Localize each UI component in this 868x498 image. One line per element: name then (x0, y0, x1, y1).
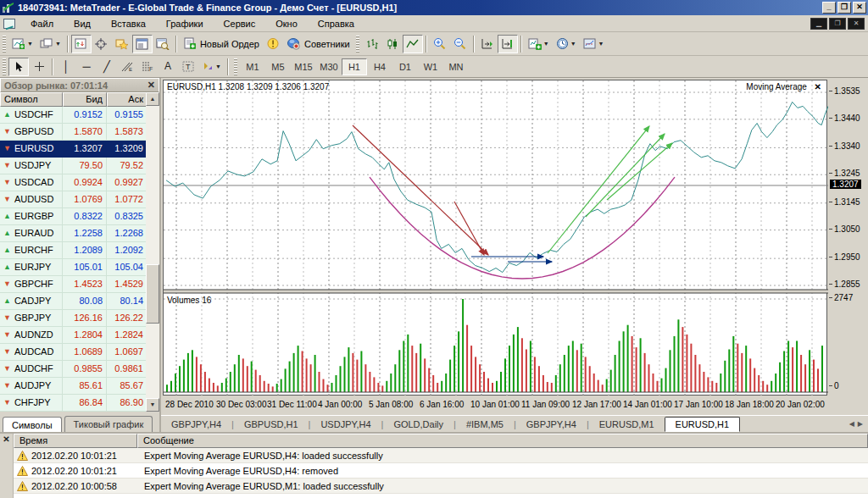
menu-Вставка[interactable]: Вставка (101, 16, 156, 31)
symbol-row-audusd[interactable]: ▼AUDUSD1.07691.0772 (0, 191, 147, 208)
market-watch-tab-tick-chart[interactable]: Тиковый график (64, 416, 153, 432)
symbol-row-eurgbp[interactable]: ▲EURGBP0.83220.8325 (0, 208, 147, 225)
chart-tab-gbpusdh1[interactable]: GBPUSD,H1 (234, 418, 309, 431)
period-mn-button[interactable]: MN (443, 58, 469, 75)
minimize-button[interactable]: _ (822, 2, 836, 14)
menu-Сервис[interactable]: Сервис (214, 16, 266, 31)
menu-Файл[interactable]: Файл (20, 16, 64, 31)
auto-scroll-button[interactable] (477, 35, 498, 53)
scroll-down-icon[interactable]: ▼ (146, 398, 159, 412)
market-watch-toggle[interactable] (71, 35, 92, 53)
symbol-row-audjpy[interactable]: ▼AUDJPY85.6185.67 (0, 378, 147, 395)
column-bid[interactable]: Бид (63, 92, 107, 107)
menu-Окно[interactable]: Окно (265, 16, 308, 31)
symbol-row-chfjpy[interactable]: ▼CHFJPY86.8486.90 (0, 395, 147, 412)
vertical-line-tool[interactable]: │ (56, 58, 76, 76)
mdi-restore-button[interactable]: ❐ (829, 18, 846, 30)
horizontal-line-tool[interactable]: ─ (76, 58, 97, 76)
channel-tool[interactable]: E (117, 58, 137, 76)
arrows-tool[interactable]: ▼ (198, 58, 225, 76)
zoom-out-button[interactable] (450, 35, 470, 53)
menu-Графики[interactable]: Графики (156, 16, 214, 31)
period-m15-button[interactable]: M15 (291, 58, 316, 75)
symbol-row-gbpusd[interactable]: ▼GBPUSD1.58701.5873 (0, 124, 147, 141)
crosshair-tool-button[interactable] (29, 58, 49, 76)
mdi-close-button[interactable]: ✕ (848, 18, 865, 30)
column-symbol[interactable]: Символ (0, 92, 63, 107)
chart-tab-eurusdm1[interactable]: EURUSD,M1 (589, 418, 665, 431)
tabs-scroll-left-icon[interactable]: ◀ (849, 420, 854, 428)
log-row[interactable]: 2012.02.20 10:01:21Expert Moving Average… (14, 463, 868, 479)
time-axis[interactable]: 28 Dec 201030 Dec 03:0031 Dec 11:004 Jan… (163, 399, 827, 412)
data-window-button[interactable] (92, 35, 112, 53)
chart-tab-usdjpyh4[interactable]: USDJPY,H4 (310, 418, 381, 431)
symbol-row-gbpjpy[interactable]: ▼GBPJPY126.16126.22 (0, 310, 147, 327)
chart-tab-gbpjpyh4[interactable]: GBPJPY,H4 (161, 418, 231, 431)
symbol-row-eurchf[interactable]: ▲EURCHF1.20891.2092 (0, 242, 147, 259)
profiles-button[interactable]: ▼ (36, 35, 64, 53)
chart-tab-eurusdh1[interactable]: EURUSD,H1 (665, 417, 741, 432)
market-watch-close-icon[interactable]: ✕ (147, 80, 155, 91)
line-chart-button[interactable] (403, 35, 423, 53)
new-order-button[interactable]: Новый Ордер (180, 35, 263, 53)
period-m30-button[interactable]: M30 (316, 58, 342, 75)
trendline-tool[interactable]: ╱ (97, 58, 117, 76)
toolbar-grip[interactable] (234, 58, 237, 75)
market-watch-tab-symbols[interactable]: Символы (3, 417, 62, 433)
period-h4-button[interactable]: H4 (367, 58, 392, 75)
period-m5-button[interactable]: M5 (265, 58, 291, 75)
tabs-scroll-right-icon[interactable]: ▶ (858, 420, 863, 428)
symbol-row-usdcad[interactable]: ▼USDCAD0.99240.9927 (0, 174, 147, 191)
log-row[interactable]: 2012.02.20 10:01:21Expert Moving Average… (14, 448, 868, 463)
period-d1-button[interactable]: D1 (392, 58, 418, 75)
scrollbar-thumb[interactable] (146, 264, 159, 324)
symbol-row-cadjpy[interactable]: ▲CADJPY80.0880.14 (0, 293, 147, 310)
templates-button[interactable]: ▼ (580, 35, 608, 53)
menu-Справка[interactable]: Справка (308, 16, 364, 31)
indicators-button[interactable]: ▼ (525, 35, 553, 53)
navigator-toggle[interactable] (112, 35, 132, 53)
indicator-close-icon[interactable]: ✕ (815, 82, 821, 91)
symbol-row-audchf[interactable]: ▼AUDCHF0.98550.9861 (0, 361, 147, 378)
period-w1-button[interactable]: W1 (418, 58, 443, 75)
text-tool[interactable]: A (158, 58, 178, 76)
toolbar-grip[interactable] (3, 58, 6, 75)
symbol-row-eurjpy[interactable]: ▲EURJPY105.01105.04 (0, 259, 147, 276)
chart-shift-button[interactable] (498, 35, 518, 53)
log-row[interactable]: 2012.02.20 10:00:58Expert Moving Average… (14, 479, 868, 494)
column-message[interactable]: Сообщение (137, 434, 868, 448)
period-m1-button[interactable]: M1 (240, 58, 265, 75)
candlestick-chart-button[interactable] (382, 35, 403, 53)
terminal-close-icon[interactable]: ✕ (0, 434, 13, 445)
market-watch-scrollbar[interactable]: ▲ ▼ (146, 92, 159, 412)
periods-button[interactable]: ▼ (553, 35, 580, 53)
chart-tab-ibmm5[interactable]: #IBM,M5 (456, 418, 514, 431)
toolbar-grip[interactable] (3, 36, 6, 53)
new-chart-button[interactable]: ▼ (8, 35, 36, 53)
strategy-tester-button[interactable] (153, 35, 173, 53)
price-scale[interactable]: 1.35351.34401.33401.32451.31451.30501.29… (829, 80, 868, 396)
symbol-row-audnzd[interactable]: ▼AUDNZD1.28041.2824 (0, 327, 147, 344)
scroll-up-icon[interactable]: ▲ (146, 92, 159, 106)
close-button[interactable]: ✕ (853, 2, 866, 14)
chart-tab-gbpjpyh4[interactable]: GBPJPY,H4 (516, 418, 587, 431)
column-ask[interactable]: Аск (107, 92, 147, 107)
menu-Вид[interactable]: Вид (64, 16, 101, 31)
symbol-row-usdchf[interactable]: ▲USDCHF0.91520.9155 (0, 107, 147, 124)
text-label-tool[interactable]: T (178, 58, 198, 76)
column-time[interactable]: Время (14, 434, 137, 448)
fibonacci-tool[interactable]: F (137, 58, 158, 76)
symbol-row-usdjpy[interactable]: ▼USDJPY79.5079.52 (0, 158, 147, 174)
chart-window-icon[interactable] (3, 19, 15, 29)
maximize-button[interactable]: ❐ (837, 2, 851, 14)
bar-chart-button[interactable] (362, 35, 382, 53)
symbol-row-eurusd[interactable]: ▼EURUSD1.32071.3209 (0, 141, 147, 158)
alerts-button[interactable] (263, 35, 283, 53)
period-h1-button[interactable]: H1 (342, 58, 367, 75)
symbol-row-audcad[interactable]: ▼AUDCAD1.06891.0697 (0, 344, 147, 361)
mdi-minimize-button[interactable]: ▁ (810, 18, 827, 30)
chart-canvas[interactable]: EURUSD,H1 1.3208 1.3209 1.3206 1.3207 Mo… (163, 80, 827, 396)
symbol-row-gbpchf[interactable]: ▼GBPCHF1.45231.4529 (0, 276, 147, 293)
chart-tab-golddaily[interactable]: GOLD,Daily (383, 418, 453, 431)
expert-advisors-button[interactable]: Советники (283, 35, 353, 53)
